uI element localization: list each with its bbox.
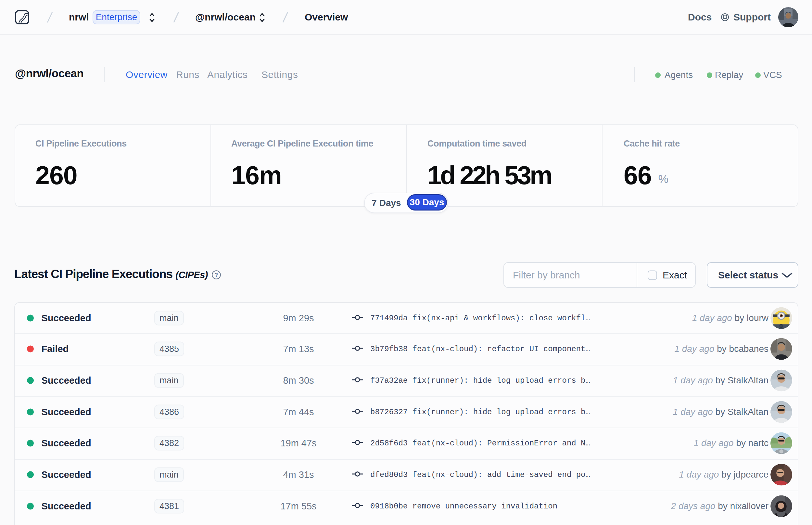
svg-text:?: ? <box>215 272 218 278</box>
